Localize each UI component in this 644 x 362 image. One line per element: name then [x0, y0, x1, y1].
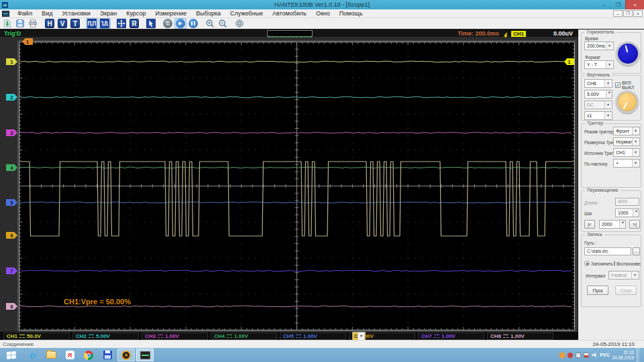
cursor-button[interactable]	[145, 18, 157, 29]
menu-item-4[interactable]: Курсор	[121, 9, 150, 18]
channel-cell-label: CH6	[352, 332, 366, 341]
channel-cell-ch4[interactable]: CH41.00V	[211, 333, 277, 340]
tray-date: 24.05.2019	[612, 355, 634, 361]
path-field[interactable]: C:\data.drc	[584, 247, 631, 255]
step-spinner[interactable]: 1000	[615, 208, 639, 217]
tray-antivirus-icon[interactable]	[568, 353, 573, 358]
trigger-sweep-select[interactable]: Нормаль	[613, 137, 640, 146]
record-stop-button[interactable]: Стоп	[615, 286, 637, 295]
tray-action-center-icon[interactable]	[584, 353, 589, 358]
show-desktop-button[interactable]	[637, 348, 640, 362]
menu-item-8[interactable]: Автомобиль	[268, 9, 311, 18]
channel-cell-volts: 1.00V	[234, 333, 248, 339]
coupling-select[interactable]: DC	[584, 101, 612, 109]
trigger-source-select[interactable]: CH1	[613, 148, 640, 157]
channel-cell-ch3[interactable]: CH31.00V	[142, 333, 208, 340]
open-button[interactable]	[1, 18, 13, 29]
open-icon	[3, 19, 12, 28]
horizontal-knob[interactable]	[616, 42, 640, 66]
start-acquisition-button[interactable]: ▶	[174, 18, 186, 29]
menu-item-6[interactable]: Выборка	[191, 9, 225, 18]
channel-cell-label: CH4	[214, 333, 225, 339]
position-spinner[interactable]: 2000	[599, 220, 626, 229]
trigger-level-readout: 0.00uV	[553, 30, 573, 37]
tray-clock[interactable]: 11:10 24.05.2019	[612, 350, 634, 360]
channel-cell-ch5[interactable]: CH51.00V	[280, 333, 346, 340]
channel-cell-ch2[interactable]: CH25.00V	[72, 333, 139, 340]
mdi-restore-button[interactable]: ❐	[623, 10, 633, 17]
reference-button[interactable]: R	[128, 18, 140, 29]
onoff-checkbox[interactable]: ✓	[615, 82, 621, 88]
volts-div-spinner[interactable]: 5.00V	[584, 90, 612, 99]
taskbar-file-explorer[interactable]	[42, 349, 60, 361]
zoom-in-button[interactable]	[204, 18, 216, 29]
taskbar-chrome[interactable]	[80, 349, 97, 361]
menu-items: ФайлВидУстановкиЭкранКурсорИзмерениеВыбо…	[13, 9, 368, 18]
waveform-mode-button[interactable]	[86, 18, 98, 29]
channel-cell-ch8[interactable]: CH81.00V	[487, 333, 553, 340]
horizontal-setup-button[interactable]: H	[44, 18, 56, 29]
channel-select[interactable]: CH6	[584, 79, 612, 88]
mdi-minimize-button[interactable]: –	[613, 10, 623, 17]
browse-button[interactable]: ...	[633, 247, 640, 255]
vertical-setup-button[interactable]: V	[56, 18, 68, 29]
record-mode-play[interactable]: Воспроизвед	[614, 261, 641, 266]
interval-select[interactable]: Fastest	[608, 271, 639, 280]
waveform-gen-button[interactable]	[99, 18, 111, 29]
menu-item-2[interactable]: Установки	[57, 9, 95, 18]
waveform-preview[interactable]	[267, 30, 313, 37]
pause-icon	[189, 19, 198, 28]
language-indicator[interactable]: РУС	[600, 353, 609, 357]
record-start-button[interactable]: Пуск	[587, 286, 608, 295]
trigger-slope-select[interactable]: +	[613, 159, 640, 168]
tray-volume-icon[interactable]	[592, 353, 597, 358]
start-button[interactable]	[0, 348, 23, 362]
pause-acquisition-button[interactable]	[187, 18, 199, 29]
plot-area[interactable]: 12345678 1 1 CH1:Vpre = 50.00%	[0, 38, 578, 332]
taskbar-internet-explorer[interactable]: e	[23, 349, 41, 361]
mdi-close-button[interactable]: ×	[633, 10, 643, 17]
timebase-select[interactable]: 200.0ms	[584, 42, 614, 50]
channel-cell-ch1[interactable]: CH150.0V	[3, 333, 70, 340]
autoset-button[interactable]: AUTO	[162, 18, 174, 29]
taskbar-hantek-launcher[interactable]: A	[117, 349, 135, 361]
taskbar-yandex-browser[interactable]: Я	[61, 349, 78, 361]
channel-cell-label: CH3	[145, 333, 156, 339]
menu-item-0[interactable]: Файл	[13, 9, 37, 18]
print-button[interactable]	[27, 18, 39, 29]
go-begin-button[interactable]: |<	[584, 220, 595, 229]
play-radio[interactable]	[614, 261, 615, 266]
menu-item-9[interactable]: Окно	[311, 9, 335, 18]
tray-time: 11:10	[612, 350, 634, 355]
trigger-mode-select[interactable]: Фронт	[613, 127, 640, 135]
trigger-setup-button-glyph: T	[70, 19, 80, 28]
save-radio[interactable]	[584, 261, 590, 266]
menu-item-1[interactable]: Вид	[37, 9, 57, 18]
channel-cell-ch7[interactable]: CH71.00V	[418, 333, 484, 340]
trigger-mode-label: Режим триггера	[584, 129, 616, 134]
vertical-knob[interactable]	[616, 90, 639, 113]
record-mode-save[interactable]: Запомнить	[584, 261, 613, 266]
menu-item-3[interactable]: Экран	[95, 9, 121, 18]
channel-onoff[interactable]: ✓ВКЛ/ВЫКЛ	[615, 80, 641, 90]
probe-select[interactable]: x1	[584, 111, 612, 120]
connection-status: Соединение	[3, 341, 34, 347]
zoom-out-button[interactable]	[217, 18, 229, 29]
trigger-setup-button[interactable]: T	[69, 18, 81, 29]
menu-item-7[interactable]: Служебные	[225, 9, 268, 18]
channel-cell-ch6[interactable]: CH65.00V	[349, 333, 415, 340]
reference-button-glyph: R	[129, 19, 139, 28]
tray-app-icon[interactable]	[576, 353, 581, 358]
tray-updates-icon[interactable]	[559, 353, 565, 358]
menu-item-10[interactable]: Помощь	[335, 9, 368, 18]
save-button[interactable]	[14, 18, 26, 29]
dc-coupling-icon	[503, 335, 508, 338]
format-select[interactable]: Y - T	[584, 60, 614, 69]
connect-button[interactable]	[233, 18, 246, 29]
taskbar-scope-app[interactable]	[136, 349, 154, 361]
menu-item-5[interactable]: Измерение	[150, 9, 191, 18]
pan-button[interactable]	[115, 18, 127, 29]
length-label: Длина :	[584, 200, 600, 205]
go-end-button[interactable]: >|	[629, 220, 640, 229]
taskbar-floppy-app[interactable]	[99, 349, 116, 361]
